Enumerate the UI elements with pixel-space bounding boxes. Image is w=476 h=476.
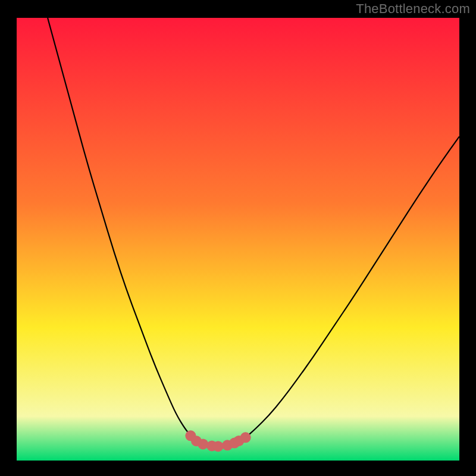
valley-markers: [17, 18, 459, 461]
valley-marker: [198, 439, 208, 449]
attribution-label: TheBottleneck.com: [356, 1, 470, 17]
plot-area: [17, 18, 459, 461]
valley-marker: [213, 441, 224, 452]
chart-frame: TheBottleneck.com: [0, 0, 476, 476]
valley-marker: [240, 432, 251, 443]
